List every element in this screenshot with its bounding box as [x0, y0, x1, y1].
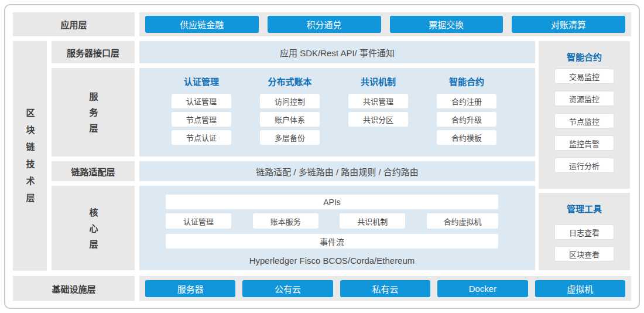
service-box: 合约注册 — [437, 94, 496, 108]
event-stream-bar: 事件流 — [166, 234, 498, 249]
service-box: 多层备份 — [260, 130, 320, 145]
service-box: 认证管理 — [172, 94, 231, 108]
service-box: 访问控制 — [260, 94, 320, 108]
blockchain-platforms-text: Hyperledger Fisco BCOS/Corda/Ethereum — [166, 256, 498, 266]
monitor-item: 资源监控 — [554, 91, 614, 106]
service-box: 共识分区 — [348, 112, 408, 127]
bill-exchange-button: 票据交换 — [390, 16, 503, 33]
service-box: 账户体系 — [260, 112, 320, 127]
server-button: 服务器 — [145, 280, 235, 297]
public-cloud-button: 公有云 — [242, 280, 333, 297]
sdk-api-bar: 应用 SDK/Rest API/ 事件通知 — [139, 41, 535, 63]
infra-layer-label: 基础设施层 — [13, 276, 135, 301]
virtual-machine-button: 虚拟机 — [535, 280, 625, 297]
core-module-box: 认证管理 — [166, 213, 231, 229]
app-layer-label: 应用层 — [13, 12, 135, 36]
link-route-bar: 链路适配 / 多链路由 / 路由规则 / 合约路由 — [139, 161, 535, 181]
infra-layer-strip: 服务器 公有云 私有云 Docker 虚拟机 — [139, 276, 631, 301]
core-module-box: 账本服务 — [253, 213, 318, 229]
distributed-ledger-column-title: 分布式账本 — [260, 76, 320, 88]
supply-chain-finance-button: 供应链金融 — [145, 16, 259, 33]
private-cloud-button: 私有云 — [340, 280, 430, 297]
core-layer-label: 核心层 — [52, 186, 135, 270]
monitor-item: 监控告警 — [554, 135, 614, 151]
tool-item: 日志查看 — [554, 224, 614, 240]
architecture-diagram: 应用层 供应链金融 积分通兑 票据交换 对账清算 区块链技术层 服务器接口层 服… — [0, 0, 644, 313]
consensus-mechanism-column: 共识机制 共识管理 共识分区 — [348, 68, 408, 148]
points-exchange-button: 积分通兑 — [268, 16, 381, 33]
apis-bar: APIs — [166, 195, 498, 209]
smart-contract-column: 智能合约 合约注册 合约升级 合约模板 — [437, 68, 496, 148]
service-layer-panel: 认证管理 认证管理 节点管理 节点认证 分布式账本 访问控制 账户体系 多层备份… — [139, 68, 535, 156]
core-module-box: 合约虚拟机 — [427, 213, 498, 229]
link-adapter-layer-label: 链路适配层 — [52, 161, 135, 181]
monitor-item: 运行分析 — [554, 158, 614, 173]
service-box: 共识管理 — [348, 94, 408, 108]
management-tools-title: 管理工具 — [567, 203, 602, 215]
distributed-ledger-column: 分布式账本 访问控制 账户体系 多层备份 — [260, 68, 320, 148]
reconciliation-clearing-button: 对账清算 — [512, 16, 625, 33]
blockchain-tech-layer-label: 区块链技术层 — [13, 41, 47, 271]
service-box: 合约模板 — [437, 130, 496, 145]
service-box: 节点管理 — [172, 112, 231, 127]
consensus-mechanism-column-title: 共识机制 — [348, 76, 408, 88]
service-layer-label: 服务层 — [52, 68, 135, 156]
service-box: 节点认证 — [172, 130, 231, 145]
smart-contract-column-title: 智能合约 — [437, 76, 496, 88]
auth-management-column: 认证管理 认证管理 节点管理 节点认证 — [172, 68, 231, 148]
server-interface-layer-label: 服务器接口层 — [52, 41, 135, 63]
auth-management-column-title: 认证管理 — [172, 76, 231, 88]
monitor-item: 交易监控 — [554, 69, 614, 84]
docker-button: Docker — [437, 280, 527, 297]
core-layer-panel: APIs 认证管理 账本服务 共识机制 合约虚拟机 事件流 Hyperledge… — [139, 186, 535, 270]
monitor-item: 节点监控 — [554, 113, 614, 128]
app-layer-strip: 供应链金融 积分通兑 票据交换 对账清算 — [139, 12, 631, 36]
monitor-panel-title: 智能合约 — [567, 51, 602, 63]
core-module-box: 共识机制 — [340, 213, 405, 229]
management-tools-panel: 管理工具 日志查看 区块查看 — [539, 193, 630, 270]
tool-item: 区块查看 — [554, 246, 614, 261]
service-box: 合约升级 — [437, 112, 496, 127]
monitor-panel: 智能合约 交易监控 资源监控 节点监控 监控告警 运行分析 — [539, 41, 630, 189]
